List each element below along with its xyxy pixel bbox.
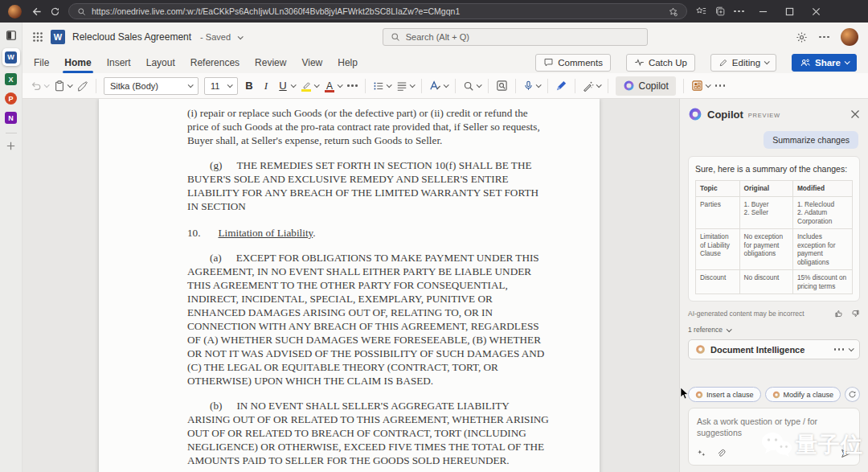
search-input[interactable]: Search (Alt + Q)	[383, 28, 648, 46]
document-page[interactable]: (i) repair or replace such Goods (or the…	[99, 99, 600, 472]
paste-button[interactable]	[54, 80, 72, 92]
menu-bar: File Home Insert Layout References Revie…	[23, 51, 868, 73]
document-intelligence-icon	[695, 344, 706, 355]
find-button[interactable]	[463, 80, 481, 92]
word-logo[interactable]: W	[51, 30, 65, 44]
italic-button[interactable]: I	[260, 80, 272, 92]
menu-references[interactable]: References	[190, 57, 240, 68]
url-text: https://onedrive.live.com/:w:/t/EaCKkPs6…	[92, 6, 662, 16]
catch-up-button[interactable]: Catch Up	[626, 54, 695, 72]
app-launcher-icon[interactable]	[32, 31, 43, 43]
search-document-icon[interactable]	[496, 80, 508, 92]
attach-paperclip-icon[interactable]	[716, 449, 726, 458]
document-title[interactable]: Relecloud Sales Agreement	[72, 31, 191, 43]
bullet-list-button[interactable]	[373, 80, 391, 92]
font-more-icon[interactable]	[347, 84, 358, 87]
office-app-rail: W X P N	[0, 23, 23, 472]
comments-button[interactable]: Comments	[535, 54, 611, 72]
menu-file[interactable]: File	[34, 57, 49, 68]
reference-more-icon[interactable]	[834, 348, 845, 351]
col-header-topic: Topic	[696, 181, 740, 197]
header-more-icon[interactable]	[819, 36, 829, 39]
ribbon-toolbar: Sitka (Body) 11 B I U A	[23, 73, 868, 99]
favorites-add-icon[interactable]	[668, 6, 678, 17]
copilot-icon	[772, 391, 780, 399]
copilot-chat-input[interactable]: Ask a work question or type / for sugges…	[688, 408, 860, 466]
browser-back-icon[interactable]	[30, 6, 42, 18]
undo-button[interactable]	[31, 80, 48, 92]
editing-mode-button[interactable]: Editing	[710, 54, 776, 72]
user-message-bubble: Summarize changes	[764, 131, 858, 149]
underline-button[interactable]: U	[277, 80, 295, 92]
favorites-bar-icon[interactable]	[695, 6, 706, 17]
copilot-toolbar-button[interactable]: Copilot	[616, 76, 676, 96]
table-row: Parties 1. Buyer 2. Seller 1. Relecloud …	[696, 196, 853, 229]
menu-layout[interactable]: Layout	[146, 57, 175, 68]
menu-help[interactable]: Help	[338, 57, 358, 68]
account-avatar[interactable]	[841, 28, 858, 46]
settings-gear-icon[interactable]	[796, 31, 808, 43]
highlight-button[interactable]	[301, 80, 318, 91]
paragraph[interactable]: (g)THE REMEDIES SET FORTH IN SECTION 10(…	[187, 158, 551, 213]
menu-review[interactable]: Review	[255, 57, 286, 68]
m365-home-icon[interactable]	[6, 30, 17, 41]
dictate-button[interactable]	[523, 80, 540, 91]
references-toggle[interactable]: 1 reference	[688, 326, 860, 334]
send-icon[interactable]	[840, 448, 851, 459]
browser-refresh-icon[interactable]	[50, 6, 60, 17]
minimize-icon[interactable]	[759, 7, 768, 16]
comment-icon	[543, 57, 554, 68]
copilot-panel: Copilot PREVIEW Summarize changes Sure, …	[679, 99, 868, 472]
add-app-icon[interactable]	[6, 141, 16, 151]
rail-divider	[6, 133, 17, 133]
copilot-icon	[623, 80, 635, 92]
paragraph[interactable]: (b)IN NO EVENT SHALL SELLER'S AGGREGATE …	[187, 399, 551, 467]
col-header-modified: Modified	[792, 181, 852, 197]
paragraph[interactable]: (a)EXCEPT FOR OBLIGATIONS TO MAKE PAYMEN…	[187, 251, 551, 388]
copilot-response-card: Sure, here is a summary of the changes: …	[688, 156, 860, 302]
preview-badge: PREVIEW	[748, 112, 780, 119]
menu-home[interactable]: Home	[64, 57, 91, 68]
thumbs-up-icon[interactable]	[834, 309, 844, 318]
designer-button[interactable]	[691, 80, 710, 92]
thumbs-down-icon[interactable]	[850, 309, 860, 318]
collections-icon[interactable]	[714, 6, 726, 17]
font-name-select[interactable]: Sitka (Body)	[104, 77, 199, 95]
chevron-down-icon	[849, 346, 854, 351]
reference-card-document-intelligence[interactable]: Document Intelligence	[688, 339, 860, 359]
editor-icon[interactable]	[555, 80, 567, 92]
sidebar-item-powerpoint[interactable]: P	[5, 92, 17, 105]
browser-profile-avatar[interactable]	[8, 5, 22, 18]
share-people-icon	[800, 57, 811, 68]
close-panel-icon[interactable]	[850, 109, 860, 119]
ribbon-more-icon[interactable]	[715, 84, 726, 87]
format-painter-icon[interactable]	[77, 80, 88, 92]
search-placeholder: Search (Alt + Q)	[406, 32, 469, 42]
font-size-select[interactable]: 11	[204, 77, 238, 95]
suggestion-modify-clause[interactable]: Modify a clause	[765, 387, 841, 402]
sidebar-item-word[interactable]: W	[2, 48, 20, 66]
chat-input-placeholder: Ask a work question or type / for sugges…	[697, 416, 817, 438]
menu-insert[interactable]: Insert	[107, 57, 131, 68]
share-button[interactable]: Share	[792, 54, 857, 72]
menu-view[interactable]: View	[301, 57, 322, 68]
section-heading[interactable]: 10.Limitation of Liability.	[187, 226, 551, 240]
bold-button[interactable]: B	[244, 80, 255, 92]
font-color-button[interactable]: A	[324, 80, 342, 92]
auto-format-wand-button[interactable]	[583, 80, 600, 92]
prompt-guide-icon[interactable]	[697, 449, 706, 458]
browser-more-icon[interactable]	[734, 10, 744, 13]
maximize-icon[interactable]	[785, 7, 794, 16]
paragraph[interactable]: (i) repair or replace such Goods (or the…	[187, 106, 551, 147]
copilot-panel-title: Copilot	[707, 109, 743, 121]
title-chevron-down-icon[interactable]	[238, 34, 244, 39]
suggestion-insert-clause[interactable]: Insert a clause	[688, 387, 761, 402]
document-canvas[interactable]: (i) repair or replace such Goods (or the…	[23, 99, 679, 472]
close-window-icon[interactable]	[812, 7, 821, 16]
line-spacing-button[interactable]	[396, 80, 414, 92]
sidebar-item-onenote[interactable]: N	[5, 112, 17, 124]
sidebar-item-excel[interactable]: X	[5, 73, 17, 85]
refresh-suggestions-icon[interactable]	[845, 387, 860, 402]
styles-button[interactable]	[429, 80, 448, 92]
address-bar[interactable]: https://onedrive.live.com/:w:/t/EaCKkPs6…	[68, 3, 687, 19]
